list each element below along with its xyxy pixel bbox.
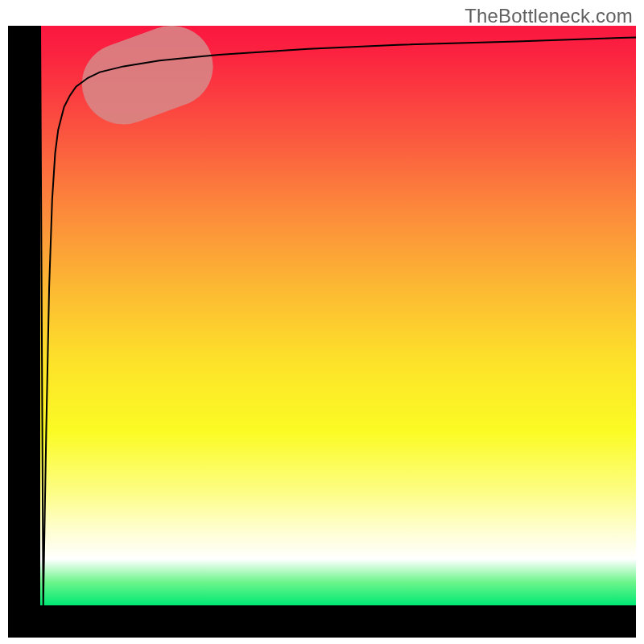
plot-area bbox=[40, 26, 636, 605]
attribution-label: TheBottleneck.com bbox=[464, 5, 633, 27]
plot-outer-border bbox=[8, 26, 636, 638]
chart-frame: TheBottleneck.com bbox=[0, 0, 644, 644]
curve-layer bbox=[40, 26, 636, 605]
highlight-segment bbox=[124, 66, 171, 84]
